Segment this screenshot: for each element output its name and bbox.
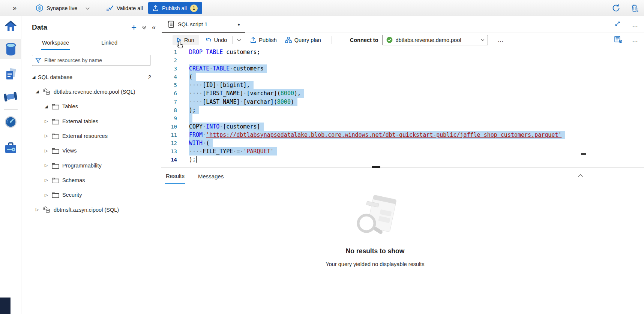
folder-icon <box>52 163 59 169</box>
mode-selector[interactable]: Synapse live <box>36 0 89 16</box>
expand-arrow-icon[interactable]: ▷ <box>36 207 41 212</box>
pool-selector[interactable]: dbtlabs.revenue.demo.pool <box>382 35 488 45</box>
code-line-5[interactable]: 5····[ID]·[bigint], <box>161 81 644 89</box>
tree-item-external-resources[interactable]: ▷External resources <box>21 129 161 143</box>
tree-item-dbtmsft-azsyn-cipool-sql[interactable]: ▷dbtmsft.azsyn.cipool (SQL) <box>21 202 161 217</box>
nav-item-monitor[interactable] <box>0 112 21 132</box>
tab-results[interactable]: Results <box>165 169 185 184</box>
expand-arrow-icon[interactable]: ▷ <box>45 178 50 182</box>
tab-messages[interactable]: Messages <box>197 169 224 183</box>
tab-workspace[interactable]: Workspace <box>41 37 70 50</box>
query-plan-icon <box>285 37 292 43</box>
play-icon <box>176 37 182 43</box>
code-line-14[interactable]: 14); <box>161 156 644 164</box>
publish-button[interactable]: Publish <box>250 37 277 43</box>
undo-dropdown-button[interactable] <box>238 39 240 41</box>
code-line-text: ​ <box>189 114 192 123</box>
code-line-text: ); <box>189 106 199 114</box>
query-plan-button[interactable]: Query plan <box>285 37 321 43</box>
code-line-12[interactable]: 12WITH·( <box>161 139 644 147</box>
discard-all-button[interactable] <box>631 0 639 16</box>
sql-pool-icon <box>43 88 51 95</box>
folder-icon <box>52 148 59 154</box>
expand-arrow-icon[interactable]: ▷ <box>45 193 50 197</box>
monitor-icon <box>5 116 17 128</box>
refresh-icon <box>612 4 620 12</box>
chevron-down-icon[interactable] <box>86 6 90 9</box>
results-panel: Results Messages <box>161 168 644 275</box>
code-line-10[interactable]: 10COPY·INTO·[customers] <box>161 123 644 131</box>
folder-icon <box>52 192 59 198</box>
collapse-panel-icon[interactable]: « <box>152 24 156 31</box>
tree-item-sql-database[interactable]: ◢SQL database2 <box>21 70 161 84</box>
run-button[interactable]: Run <box>173 35 199 45</box>
nav-item-integrate[interactable] <box>0 87 21 106</box>
tab-linked[interactable]: Linked <box>101 37 118 50</box>
collapse-results-button[interactable] <box>579 173 582 180</box>
collapse-arrow-icon[interactable]: ◢ <box>32 75 38 79</box>
tree-item-label: Security <box>62 192 82 198</box>
collapse-all-icon[interactable] <box>143 26 146 29</box>
document-tab-row: SQL script 1 ● … <box>161 16 644 33</box>
code-line-text: ····FILE_TYPE·=·'PARQUET' <box>189 147 277 156</box>
publish-all-button[interactable]: Publish all 1 <box>148 2 202 14</box>
tree-item-schemas[interactable]: ▷Schemas <box>21 173 161 187</box>
manage-icon <box>5 142 17 154</box>
code-line-text: ); <box>189 156 197 164</box>
nav-item-data[interactable] <box>0 39 21 59</box>
code-line-9[interactable]: 9​ <box>161 114 644 123</box>
top-command-bar: » Synapse live Validate all Publish all <box>0 0 644 16</box>
line-number: 3 <box>161 64 177 73</box>
data-panel: Data + « Workspace Linked ◢SQL database2… <box>21 16 161 314</box>
tree-item-views[interactable]: ▷Views <box>21 144 161 158</box>
nav-item-develop[interactable] <box>0 64 21 84</box>
expand-arrow-icon[interactable]: ▷ <box>45 119 50 124</box>
collapse-arrow-icon[interactable]: ◢ <box>45 104 50 109</box>
pool-name: dbtlabs.revenue.demo.pool <box>396 37 479 43</box>
nav-item-manage[interactable] <box>0 138 21 158</box>
expand-arrow-icon[interactable]: ▷ <box>45 148 50 153</box>
line-number: 11 <box>161 131 177 139</box>
code-line-13[interactable]: 13····FILE_TYPE·=·'PARQUET' <box>161 147 644 156</box>
code-line-3[interactable]: 3CREATE·TABLE·customers <box>161 64 644 73</box>
run-label: Run <box>184 37 194 43</box>
code-line-8[interactable]: 8); <box>161 106 644 114</box>
add-resource-button[interactable]: + <box>131 24 137 31</box>
filter-resources-input[interactable] <box>44 57 147 63</box>
tree-item-security[interactable]: ▷Security <box>21 188 161 202</box>
tree-item-programmability[interactable]: ▷Programmability <box>21 158 161 173</box>
code-line-4[interactable]: 4( <box>161 73 644 81</box>
folder-icon <box>52 118 59 124</box>
panel-more-button[interactable]: … <box>632 37 639 43</box>
line-number: 8 <box>161 106 177 114</box>
sql-code-editor[interactable]: 1DROP TABLE customers;23CREATE·TABLE·cus… <box>161 47 644 167</box>
refresh-button[interactable] <box>612 0 620 16</box>
line-number: 7 <box>161 98 177 106</box>
code-line-7[interactable]: 7····[LAST_NAME]·[varchar](8000) <box>161 98 644 106</box>
line-number: 4 <box>161 73 177 81</box>
code-line-text: CREATE·TABLE·customers <box>189 64 267 73</box>
empty-results-title: No results to show <box>161 247 589 255</box>
home-icon <box>5 20 17 32</box>
collapse-arrow-icon[interactable]: ◢ <box>36 89 41 94</box>
expand-editor-button[interactable] <box>614 21 621 28</box>
toolbar-more-button[interactable]: … <box>498 37 504 43</box>
validate-all-button[interactable]: Validate all <box>106 0 143 16</box>
expand-menu-icon[interactable]: » <box>13 0 17 16</box>
code-line-1[interactable]: 1DROP TABLE customers; <box>161 48 644 56</box>
code-line-6[interactable]: 6····[FIRST_NAME]·[varchar](8000), <box>161 89 644 97</box>
code-line-11[interactable]: 11FROM·'https://dbtlabsynapsedatalake.bl… <box>161 131 644 139</box>
tab-sql-script-1[interactable]: SQL script 1 ● <box>162 16 245 33</box>
tab-more-actions-button[interactable]: … <box>632 21 639 28</box>
chevron-down-icon <box>237 37 241 41</box>
tree-item-tables[interactable]: ◢Tables <box>21 99 161 114</box>
undo-button[interactable]: Undo <box>205 37 227 43</box>
properties-button[interactable] <box>614 36 622 44</box>
expand-arrow-icon[interactable]: ▷ <box>45 133 50 138</box>
nav-item-home[interactable] <box>0 16 21 36</box>
expand-arrow-icon[interactable]: ▷ <box>45 163 50 168</box>
tree-item-dbtlabs-revenue-demo-pool-sql[interactable]: ◢dbtlabs.revenue.demo.pool (SQL) <box>21 84 161 99</box>
code-line-2[interactable]: 2 <box>161 56 644 64</box>
chevron-down-icon <box>481 38 484 41</box>
tree-item-external-tables[interactable]: ▷External tables <box>21 114 161 129</box>
